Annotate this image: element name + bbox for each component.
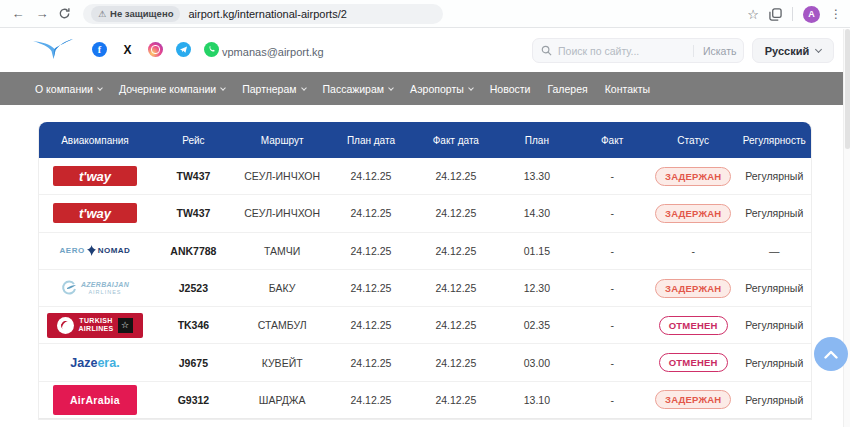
col-status: Статус <box>649 135 738 146</box>
nav-item-subsidiaries[interactable]: Дочерние компании <box>119 83 225 95</box>
status-badge: ЗАДЕРЖАН <box>655 167 731 186</box>
table-row: t'way TW437 СЕУЛ-ИНЧХОН 24.12.25 24.12.2… <box>39 195 811 232</box>
instagram-icon[interactable] <box>148 42 163 57</box>
language-selector[interactable]: Русский <box>752 38 834 63</box>
reload-icon[interactable] <box>58 7 71 20</box>
flight-number: G9312 <box>151 394 236 406</box>
facebook-icon[interactable]: f <box>92 42 107 57</box>
forward-icon[interactable]: → <box>30 6 54 21</box>
plan-time: 12.30 <box>498 282 575 294</box>
col-plan-date: План дата <box>328 135 413 146</box>
route: КУВЕЙТ <box>236 357 329 369</box>
turkish-airlines-logo: TURKISH AIRLINES ☆ <box>47 313 143 338</box>
chevron-down-icon <box>388 85 394 91</box>
bookmark-icon[interactable]: ☆ <box>747 7 759 22</box>
plan-time: 02.35 <box>498 319 575 331</box>
plan-time: 13.30 <box>498 170 575 182</box>
profile-avatar[interactable]: A <box>803 6 820 23</box>
regularity: Регулярный <box>738 207 811 219</box>
site-header: f X vpmanas@airport.kg Искать Русский <box>0 29 850 72</box>
table-row: AERO NOMAD ANK7788 ТАМЧИ 24.12.25 24.12.… <box>39 233 811 270</box>
contact-email[interactable]: vpmanas@airport.kg <box>222 46 324 58</box>
x-icon[interactable]: X <box>120 42 135 57</box>
col-fact-time: Факт <box>575 135 648 146</box>
menu-icon[interactable]: ⋮ <box>830 7 842 21</box>
chevron-down-icon <box>468 85 474 91</box>
scroll-to-top-button[interactable] <box>814 337 848 371</box>
nav-item-passengers[interactable]: Пассажирам <box>323 83 394 95</box>
search-input[interactable] <box>558 45 693 57</box>
plan-date: 24.12.25 <box>328 357 413 369</box>
route: СТАМБУЛ <box>236 319 329 331</box>
col-regularity: Регулярность <box>738 135 811 146</box>
plan-time: 01.15 <box>498 245 575 257</box>
url-text[interactable]: airport.kg/international-airports/2 <box>188 8 346 20</box>
swoosh-icon <box>61 280 77 296</box>
table-row: t'way TW437 СЕУЛ-ИНЧХОН 24.12.25 24.12.2… <box>39 158 811 195</box>
main-nav: О компании Дочерние компании Партнерам П… <box>0 72 850 105</box>
telegram-icon[interactable] <box>176 42 191 57</box>
nav-item-gallery[interactable]: Галерея <box>547 83 587 95</box>
col-plan-time: План <box>498 135 575 146</box>
tab-search-icon[interactable] <box>769 8 782 21</box>
regularity: Регулярный <box>738 357 811 369</box>
azerbaijan-airlines-logo: AZERBAIJAN AIRLINES <box>61 280 129 296</box>
regularity: Регулярный <box>738 319 811 331</box>
nav-item-partners[interactable]: Партнерам <box>242 83 305 95</box>
plan-date: 24.12.25 <box>328 245 413 257</box>
divider <box>792 7 793 21</box>
site-search: Искать <box>532 38 744 63</box>
plan-date: 24.12.25 <box>328 207 413 219</box>
chevron-down-icon <box>815 45 822 52</box>
fact-date: 24.12.25 <box>413 207 498 219</box>
tway-logo: t'way <box>53 166 137 186</box>
plan-date: 24.12.25 <box>328 319 413 331</box>
browser-actions: ☆ A ⋮ <box>747 0 846 28</box>
back-icon[interactable]: ← <box>6 6 30 21</box>
fact-time: - <box>575 170 648 182</box>
language-label: Русский <box>765 45 809 57</box>
nav-item-airports[interactable]: Аэропорты <box>410 83 473 95</box>
status-badge: ЗАДЕРЖАН <box>655 279 731 298</box>
chevron-up-icon <box>824 350 838 359</box>
security-chip[interactable]: ⚠ Не защищено <box>91 6 180 22</box>
flight-number: TK346 <box>151 319 236 331</box>
fact-time: - <box>575 282 648 294</box>
plan-date: 24.12.25 <box>328 170 413 182</box>
fact-date: 24.12.25 <box>413 319 498 331</box>
security-label: Не защищено <box>110 8 173 19</box>
route: БАКУ <box>236 282 329 294</box>
flight-number: TW437 <box>151 170 236 182</box>
page-scrollbar[interactable] <box>843 29 850 427</box>
airarabia-logo: AirArabia <box>53 385 137 415</box>
flights-table: Авиакомпания Рейс Маршрут План дата Факт… <box>38 122 812 420</box>
manas-airport-logo[interactable] <box>32 38 74 62</box>
table-row: TURKISH AIRLINES ☆ TK346 СТАМБУЛ 24.12.2… <box>39 307 811 344</box>
status-badge: ЗАДЕРЖАН <box>655 390 731 409</box>
social-links: f X <box>92 42 219 57</box>
whatsapp-icon[interactable] <box>204 42 219 57</box>
scrollbar-thumb[interactable] <box>845 29 850 149</box>
plan-date: 24.12.25 <box>328 394 413 406</box>
nav-item-news[interactable]: Новости <box>490 83 531 95</box>
flight-number: J2523 <box>151 282 236 294</box>
page: ← → ⚠ Не защищено airport.kg/internation… <box>0 0 850 427</box>
nav-item-contacts[interactable]: Контакты <box>605 83 650 95</box>
address-bar[interactable]: ⚠ Не защищено airport.kg/international-a… <box>83 4 443 24</box>
star-icon: ☆ <box>118 318 133 333</box>
table-row: AZERBAIJAN AIRLINES J2523 БАКУ 24.12.25 … <box>39 270 811 307</box>
fact-date: 24.12.25 <box>413 394 498 406</box>
col-fact-date: Факт дата <box>413 135 498 146</box>
flight-number: ANK7788 <box>151 245 236 257</box>
tway-logo: t'way <box>53 203 137 223</box>
regularity: Регулярный <box>738 170 811 182</box>
regularity: — <box>738 245 811 257</box>
fact-date: 24.12.25 <box>413 357 498 369</box>
nav-item-about[interactable]: О компании <box>35 83 102 95</box>
table-row: Jaze era. J9675 КУВЕЙТ 24.12.25 24.12.25… <box>39 344 811 381</box>
browser-toolbar: ← → ⚠ Не защищено airport.kg/internation… <box>0 0 850 28</box>
search-button[interactable]: Искать <box>693 45 737 57</box>
flight-number: TW437 <box>151 207 236 219</box>
fact-time: - <box>575 394 648 406</box>
fact-time: - <box>575 357 648 369</box>
